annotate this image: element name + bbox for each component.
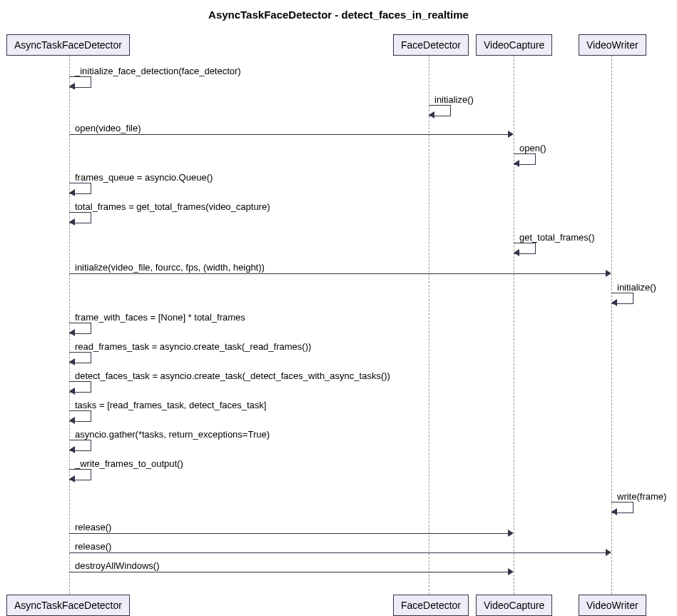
participant-video-writer-bottom: VideoWriter (579, 595, 646, 616)
msg-read-frames-task: read_frames_task = asyncio.create_task(_… (75, 341, 311, 352)
msg-frame-with-faces: frame_with_faces = [None] * total_frames (75, 312, 245, 323)
arrow-m3 (69, 134, 508, 135)
participant-video-capture-bottom: VideoCapture (476, 595, 552, 616)
participant-face-detector-top: FaceDetector (393, 34, 469, 56)
msg-tasks-list: tasks = [read_frames_task, detect_faces_… (75, 400, 266, 410)
msg-frames-queue: frames_queue = asyncio.Queue() (75, 172, 213, 183)
arrow-m17 (69, 533, 508, 534)
msg-open-video-file: open(video_file) (75, 123, 141, 133)
lifeline-p3 (514, 56, 514, 595)
lifeline-p2 (429, 56, 429, 595)
msg-initialize-vw: initialize(video_file, fourcc, fps, (wid… (75, 262, 265, 273)
arrow-m8 (69, 273, 606, 274)
msg-init-face-detection: _initialize_face_detection(face_detector… (75, 66, 241, 76)
arrow-m18 (69, 552, 606, 553)
msg-detect-faces-task: detect_faces_task = asyncio.create_task(… (75, 370, 390, 381)
arrow-head-m19 (508, 568, 514, 575)
msg-release-vw: release() (75, 541, 111, 552)
msg-total-frames: total_frames = get_total_frames(video_ca… (75, 201, 270, 212)
arrow-head-m17 (508, 530, 514, 537)
arrow-m19 (69, 572, 508, 572)
arrow-head-m3 (508, 131, 514, 138)
arrow-head-m18 (606, 549, 611, 556)
arrow-head-m8 (606, 270, 611, 277)
participant-video-writer-top: VideoWriter (579, 34, 646, 56)
diagram-title: AsyncTaskFaceDetector - detect_faces_in_… (208, 9, 469, 21)
msg-asyncio-gather: asyncio.gather(*tasks, return_exceptions… (75, 429, 270, 440)
msg-get-total-frames: get_total_frames() (519, 232, 595, 243)
msg-release-vc: release() (75, 522, 111, 532)
msg-destroy-all-windows: destroyAllWindows() (75, 560, 159, 571)
participant-async-task-bottom: AsyncTaskFaceDetector (6, 595, 130, 616)
participant-async-task-top: AsyncTaskFaceDetector (6, 34, 130, 56)
msg-fd-initialize: initialize() (434, 94, 474, 105)
participant-face-detector-bottom: FaceDetector (393, 595, 469, 616)
participant-video-capture-top: VideoCapture (476, 34, 552, 56)
msg-vw-initialize: initialize() (617, 282, 656, 293)
msg-vc-open: open() (519, 143, 546, 153)
msg-vw-write-frame: write(frame) (617, 491, 666, 502)
msg-write-frames-output: _write_frames_to_output() (75, 458, 183, 469)
